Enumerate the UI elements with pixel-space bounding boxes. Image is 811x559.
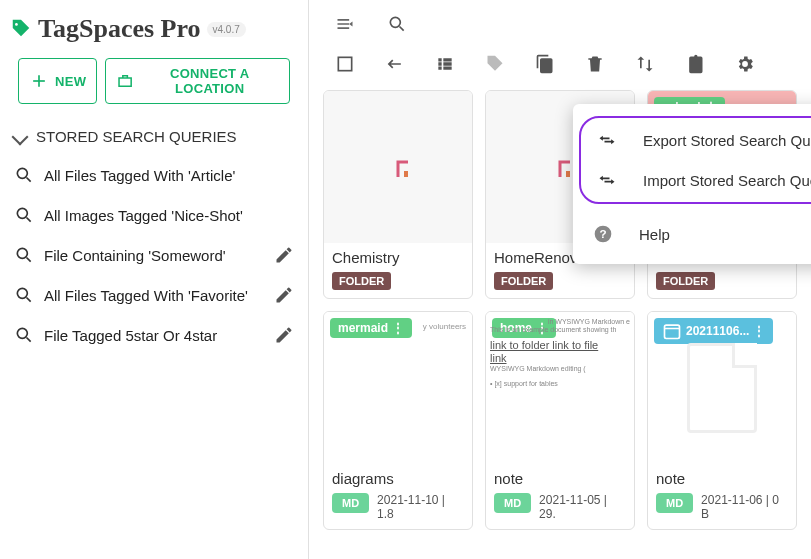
stored-queries-menu: Export Stored Search Queries Import Stor… [573, 104, 811, 264]
folder-card[interactable]: Chemistry FOLDER [323, 90, 473, 299]
export-queries-item[interactable]: Export Stored Search Queries [581, 120, 811, 160]
bookshelf-icon [388, 157, 408, 177]
settings-icon[interactable] [735, 54, 755, 74]
folder-badge: FOLDER [494, 272, 553, 290]
menu-item-label: Import Stored Search Queries [643, 172, 811, 189]
svg-rect-7 [338, 57, 351, 70]
app-brand: TagSpaces Pro [38, 14, 201, 44]
file-card[interactable]: mermaid⋮ y volunteers diagrams MD2021-11… [323, 311, 473, 530]
search-icon [14, 245, 34, 265]
edit-icon[interactable] [274, 325, 294, 345]
card-title: Chemistry [332, 249, 464, 266]
query-label: File Containing 'Someword' [44, 247, 226, 264]
query-label: All Files Tagged With 'Article' [44, 167, 235, 184]
card-title: note [656, 470, 788, 487]
card-meta: 2021-11-05 | 29. [539, 493, 626, 521]
svg-point-25 [398, 393, 408, 398]
card-meta: 2021-11-06 | 0 B [701, 493, 788, 521]
svg-rect-26 [665, 325, 680, 338]
edit-icon[interactable] [274, 285, 294, 305]
tag-label: 20211106... [686, 324, 749, 338]
query-label: File Tagged 5star Or 4star [44, 327, 217, 344]
help-item[interactable]: ? Help [573, 210, 811, 258]
pie-chart-icon [388, 378, 408, 398]
delete-icon[interactable] [585, 54, 605, 74]
stored-query-item[interactable]: All Images Tagged 'Nice-Shot' [8, 195, 300, 235]
calendar-icon [662, 321, 682, 341]
bookshelf-icon [550, 157, 570, 177]
search-icon[interactable] [387, 14, 407, 34]
app-logo-icon [10, 18, 32, 40]
swap-horiz-icon [597, 170, 617, 190]
plus-icon [29, 71, 49, 91]
new-button[interactable]: NEW [18, 58, 97, 104]
highlighted-menu-group: Export Stored Search Queries Import Stor… [579, 116, 811, 204]
card-thumbnail: 20211106...⋮ [648, 312, 796, 464]
svg-point-2 [17, 208, 27, 218]
card-tag[interactable]: mermaid⋮ [330, 318, 412, 338]
card-thumbnail: mermaid⋮ y volunteers [324, 312, 472, 464]
query-label: All Images Tagged 'Nice-Shot' [44, 207, 243, 224]
search-icon [14, 285, 34, 305]
svg-point-6 [390, 17, 400, 27]
connect-location-label: CONNECT A LOCATION [140, 66, 279, 96]
stored-query-item[interactable]: File Containing 'Someword' [8, 235, 300, 275]
app-version: v4.0.7 [207, 22, 246, 37]
svg-point-0 [15, 23, 18, 26]
card-meta: 2021-11-10 | 1.8 [377, 493, 464, 521]
card-thumbnail [324, 91, 472, 243]
return-icon[interactable] [385, 54, 405, 74]
menu-item-label: Export Stored Search Queries [643, 132, 811, 149]
swap-horiz-icon [597, 130, 617, 150]
svg-point-5 [17, 328, 27, 338]
query-label: All Files Tagged With 'Favorite' [44, 287, 248, 304]
md-badge: MD [494, 493, 531, 513]
clipboard-icon[interactable] [685, 54, 705, 74]
svg-rect-16 [566, 171, 570, 177]
stored-query-item[interactable]: All Files Tagged With 'Favorite' [8, 275, 300, 315]
checkbox-icon[interactable] [335, 54, 355, 74]
help-icon: ? [593, 224, 613, 244]
svg-point-4 [17, 288, 27, 298]
menu-item-label: Help [639, 226, 670, 243]
svg-point-3 [17, 248, 27, 258]
card-tag[interactable]: 20211106...⋮ [654, 318, 773, 344]
file-card[interactable]: home⋮ in WYSIWYG Markdown e This is an e… [485, 311, 635, 530]
import-queries-item[interactable]: Import Stored Search Queries [581, 160, 811, 200]
tag-icon[interactable] [485, 54, 505, 74]
toolbar [309, 44, 811, 86]
copy-icon[interactable] [535, 54, 555, 74]
list-view-icon[interactable] [435, 54, 455, 74]
briefcase-icon [116, 71, 134, 91]
stored-query-item[interactable]: File Tagged 5star Or 4star [8, 315, 300, 355]
section-title: STORED SEARCH QUERIES [36, 128, 237, 145]
search-icon [14, 165, 34, 185]
svg-point-1 [17, 168, 27, 178]
new-button-label: NEW [55, 74, 86, 89]
folder-badge: FOLDER [656, 272, 715, 290]
sidebar: TagSpaces Pro v4.0.7 NEW CONNECT A LOCAT… [0, 0, 309, 559]
stored-query-item[interactable]: All Files Tagged With 'Article' [8, 155, 300, 195]
card-thumbnail: home⋮ in WYSIWYG Markdown e This is an e… [486, 312, 634, 464]
stored-queries-header[interactable]: STORED SEARCH QUERIES [8, 118, 300, 155]
connect-location-button[interactable]: CONNECT A LOCATION [105, 58, 290, 104]
header-actions: NEW CONNECT A LOCATION [8, 54, 300, 118]
sort-icon[interactable] [635, 54, 655, 74]
search-icon [14, 205, 34, 225]
svg-text:?: ? [599, 227, 606, 240]
search-icon [14, 325, 34, 345]
card-title: note [494, 470, 626, 487]
card-title: diagrams [332, 470, 464, 487]
top-bar [309, 0, 811, 44]
app-header: TagSpaces Pro v4.0.7 [8, 8, 300, 54]
md-badge: MD [332, 493, 369, 513]
chevron-down-icon [12, 128, 29, 145]
file-placeholder-icon [687, 343, 757, 433]
tag-menu-icon[interactable]: ⋮ [392, 322, 404, 334]
file-card[interactable]: 20211106...⋮ note MD2021-11-06 | 0 B [647, 311, 797, 530]
svg-rect-9 [404, 171, 408, 177]
edit-icon[interactable] [274, 245, 294, 265]
toggle-drawer-icon[interactable] [335, 14, 355, 34]
folder-badge: FOLDER [332, 272, 391, 290]
tag-menu-icon[interactable]: ⋮ [753, 325, 765, 337]
